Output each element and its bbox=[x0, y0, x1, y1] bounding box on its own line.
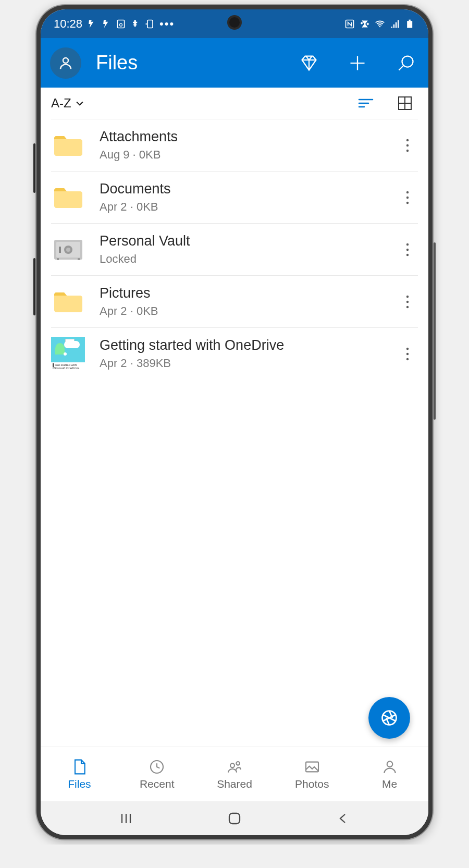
more-options-button[interactable] bbox=[397, 132, 418, 158]
grid-icon bbox=[398, 96, 412, 111]
file-meta: Aug 9 · 0KB bbox=[100, 148, 397, 162]
svg-point-26 bbox=[406, 295, 409, 297]
svg-rect-0 bbox=[117, 20, 124, 28]
battery-icon bbox=[405, 19, 415, 29]
status-usb-icon bbox=[130, 19, 141, 29]
sort-button[interactable]: A-Z bbox=[51, 96, 85, 111]
file-name: Personal Vault bbox=[100, 233, 397, 249]
nav-label: Photos bbox=[295, 778, 329, 790]
folder-icon bbox=[51, 287, 85, 316]
scan-fab-button[interactable] bbox=[368, 697, 410, 739]
status-app-icon-2 bbox=[101, 19, 112, 29]
app-header: Files bbox=[41, 38, 428, 88]
svg-point-15 bbox=[406, 201, 409, 203]
more-options-button[interactable] bbox=[397, 185, 418, 211]
clock-icon bbox=[149, 759, 165, 775]
svg-point-11 bbox=[406, 144, 409, 146]
file-name: Attachments bbox=[100, 129, 397, 145]
more-vertical-icon bbox=[406, 139, 409, 152]
sort-label-text: A-Z bbox=[51, 96, 71, 111]
svg-rect-38 bbox=[229, 813, 240, 824]
svg-point-34 bbox=[230, 763, 234, 767]
svg-point-13 bbox=[406, 191, 409, 193]
person-icon bbox=[381, 759, 398, 775]
svg-point-28 bbox=[406, 305, 409, 308]
more-vertical-icon bbox=[406, 295, 409, 309]
svg-point-37 bbox=[387, 761, 392, 767]
nfc-icon bbox=[344, 19, 355, 29]
folder-icon bbox=[51, 131, 85, 160]
file-name: Documents bbox=[100, 181, 397, 197]
person-icon bbox=[58, 55, 73, 71]
search-button[interactable] bbox=[393, 50, 419, 76]
file-name: Getting started with OneDrive bbox=[100, 337, 397, 353]
nav-photos[interactable]: Photos bbox=[273, 747, 351, 801]
status-app-icon-1 bbox=[87, 19, 97, 29]
phone-camera bbox=[227, 15, 242, 30]
back-icon bbox=[337, 812, 349, 825]
list-item[interactable]: Personal Vault Locked bbox=[51, 224, 418, 276]
nav-recent[interactable]: Recent bbox=[118, 747, 196, 801]
wifi-icon bbox=[375, 19, 385, 29]
premium-button[interactable] bbox=[296, 50, 322, 76]
nav-files[interactable]: Files bbox=[41, 747, 118, 801]
list-item[interactable]: ▌Get started withMicrosoft OneDrive Gett… bbox=[51, 328, 418, 380]
chevron-down-icon bbox=[75, 98, 85, 108]
recent-apps-icon bbox=[119, 812, 133, 825]
system-back-button[interactable] bbox=[327, 808, 359, 829]
nav-label: Recent bbox=[140, 778, 175, 790]
svg-point-23 bbox=[406, 243, 409, 245]
vibrate-icon bbox=[360, 19, 370, 29]
list-item[interactable]: Attachments Aug 9 · 0KB bbox=[51, 119, 418, 172]
status-time: 10:28 bbox=[54, 17, 82, 31]
nav-me[interactable]: Me bbox=[351, 747, 428, 801]
camera-aperture-icon bbox=[380, 708, 399, 727]
search-icon bbox=[397, 54, 415, 72]
file-meta: Apr 2 · 0KB bbox=[100, 304, 397, 318]
system-navigation bbox=[41, 801, 428, 835]
svg-point-8 bbox=[402, 56, 413, 67]
status-device-icon bbox=[116, 19, 126, 29]
file-meta: Locked bbox=[100, 252, 397, 266]
svg-point-20 bbox=[66, 248, 70, 252]
list-item[interactable]: Pictures Apr 2 · 0KB bbox=[51, 276, 418, 328]
nav-label: Shared bbox=[217, 778, 252, 790]
file-meta: Apr 2 · 0KB bbox=[100, 200, 397, 214]
svg-point-30 bbox=[406, 352, 409, 354]
people-icon bbox=[226, 759, 243, 775]
plus-icon bbox=[348, 54, 367, 72]
svg-rect-21 bbox=[78, 258, 80, 260]
nav-shared[interactable]: Shared bbox=[196, 747, 274, 801]
svg-rect-18 bbox=[59, 247, 61, 253]
svg-point-35 bbox=[236, 762, 240, 765]
list-item[interactable]: Documents Apr 2 · 0KB bbox=[51, 172, 418, 224]
system-recent-button[interactable] bbox=[110, 808, 142, 829]
status-more-icon: ••• bbox=[159, 17, 175, 31]
profile-button[interactable] bbox=[50, 47, 81, 79]
grid-view-button[interactable] bbox=[392, 90, 418, 116]
more-options-button[interactable] bbox=[397, 341, 418, 367]
filter-button[interactable] bbox=[353, 90, 379, 116]
svg-rect-22 bbox=[57, 258, 59, 260]
svg-rect-5 bbox=[407, 21, 412, 28]
status-sync-icon bbox=[145, 19, 155, 29]
more-options-button[interactable] bbox=[397, 289, 418, 315]
picture-icon bbox=[304, 759, 320, 775]
more-vertical-icon bbox=[406, 243, 409, 256]
file-list[interactable]: Attachments Aug 9 · 0KB Documents Apr 2 … bbox=[41, 119, 428, 747]
svg-point-27 bbox=[406, 300, 409, 302]
signal-icon bbox=[390, 19, 400, 29]
system-home-button[interactable] bbox=[219, 808, 250, 829]
nav-label: Files bbox=[68, 778, 91, 790]
page-title: Files bbox=[96, 52, 274, 74]
svg-rect-2 bbox=[147, 20, 153, 28]
more-vertical-icon bbox=[406, 347, 409, 361]
more-options-button[interactable] bbox=[397, 237, 418, 263]
add-button[interactable] bbox=[344, 50, 371, 76]
folder-icon bbox=[51, 183, 85, 212]
more-vertical-icon bbox=[406, 191, 409, 204]
svg-point-10 bbox=[406, 139, 409, 141]
svg-rect-6 bbox=[409, 19, 411, 21]
home-icon bbox=[227, 811, 242, 826]
svg-point-14 bbox=[406, 196, 409, 198]
